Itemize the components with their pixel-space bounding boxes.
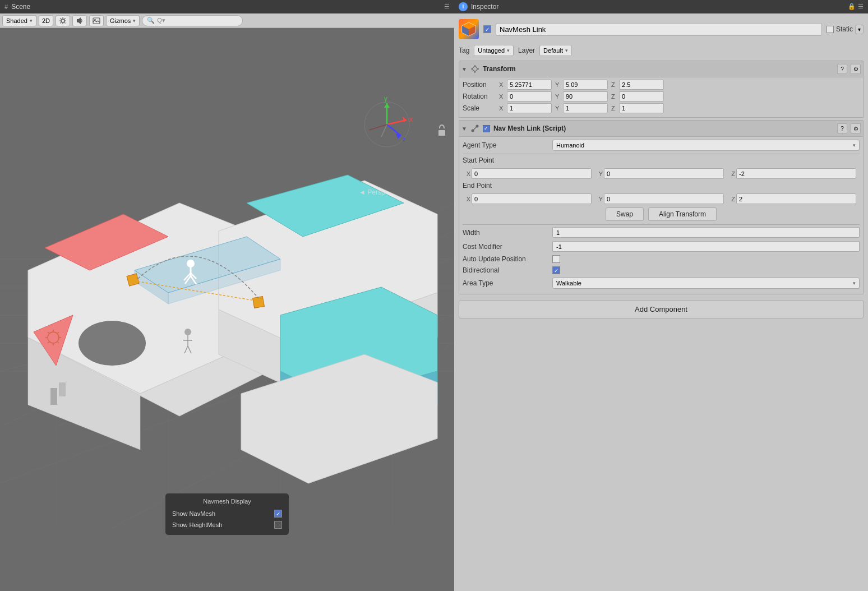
position-z-input[interactable] [619, 80, 664, 90]
svg-text:◄ Persp: ◄ Persp [359, 188, 385, 196]
lighting-button[interactable] [56, 15, 70, 26]
start-x-input[interactable] [472, 168, 592, 179]
width-input[interactable] [552, 227, 860, 238]
shading-dropdown[interactable]: Shaded ▾ [2, 15, 36, 26]
navmesh-link-header[interactable]: ▼ ✓ Nav Mesh Link (Script) ? ⚙ [459, 120, 864, 137]
object-header: ✓ Static ▾ [459, 17, 864, 41]
position-y-axis: Y [555, 81, 563, 88]
transform-help-button[interactable]: ? [837, 64, 847, 74]
rotation-z-axis: Z [611, 93, 619, 100]
rotation-x-input[interactable] [507, 91, 552, 101]
bidirectional-row: Bidirectional ✓ [463, 266, 860, 275]
image-button[interactable] [89, 15, 104, 26]
shading-label: Shaded [6, 17, 27, 24]
navmesh-icon [470, 124, 479, 133]
transform-header[interactable]: ▼ Transform ? ⚙ [459, 61, 864, 77]
search-text: Q▾ [157, 17, 165, 24]
scene-search-box[interactable]: 🔍 Q▾ [142, 15, 243, 26]
agent-type-dropdown[interactable]: Humanoid ▾ [552, 140, 860, 151]
audio-button[interactable] [72, 15, 87, 26]
navmesh-enabled-checkbox[interactable]: ✓ [483, 125, 490, 132]
tag-layer-row: Tag Untagged ▾ Layer Default ▾ [459, 45, 864, 56]
show-heightmesh-label: Show HeightMesh [172, 521, 222, 528]
navmesh-help-button[interactable]: ? [837, 123, 847, 133]
show-heightmesh-row: Show HeightMesh [172, 519, 282, 530]
show-navmesh-label: Show NavMesh [172, 510, 215, 517]
scale-label: Scale [463, 104, 499, 112]
position-x-input[interactable] [507, 80, 552, 90]
separator-2 [463, 224, 860, 225]
start-point-label: Start Point [463, 156, 494, 164]
area-type-chevron-icon: ▾ [853, 280, 856, 286]
scale-y-input[interactable] [563, 103, 608, 113]
svg-point-58 [187, 260, 195, 267]
object-enabled-checkbox[interactable]: ✓ [483, 25, 491, 33]
static-label: Static [836, 25, 853, 33]
rotation-z-input[interactable] [619, 91, 664, 101]
gizmos-label: Gizmos [110, 17, 131, 24]
tag-label: Tag [459, 47, 469, 54]
scale-z-input[interactable] [619, 103, 664, 113]
object-name-input[interactable] [496, 23, 822, 36]
cost-modifier-input[interactable] [552, 241, 860, 252]
start-y-axis: Y [595, 170, 603, 177]
inspector-lock-icon[interactable]: 🔒 [848, 3, 856, 10]
agent-type-value: Humanoid [556, 142, 584, 149]
area-type-value: Walkable [556, 280, 581, 287]
inspector-titlebar: i Inspector 🔒 ☰ [454, 0, 868, 13]
shading-chevron-icon: ▾ [30, 18, 33, 24]
transform-component: ▼ Transform ? ⚙ Position X [459, 61, 864, 118]
scene-panel: # Scene ☰ Shaded ▾ 2D [0, 0, 454, 591]
show-navmesh-checkbox[interactable]: ✓ [274, 510, 282, 518]
scene-titlebar: # Scene ☰ [0, 0, 454, 13]
transform-settings-button[interactable]: ⚙ [851, 64, 861, 74]
show-navmesh-row: Show NavMesh ✓ [172, 508, 282, 519]
transform-icon [470, 64, 479, 73]
area-type-label: Area Type [463, 279, 552, 287]
start-y-input[interactable] [604, 168, 724, 179]
transform-body: Position X Y Z Rotation X Y Z [459, 77, 864, 118]
auto-update-checkbox[interactable] [552, 255, 560, 263]
area-type-dropdown[interactable]: Walkable ▾ [552, 278, 860, 289]
start-z-input[interactable] [736, 168, 856, 179]
static-dropdown-button[interactable]: ▾ [855, 25, 864, 34]
scene-title: Scene [11, 3, 30, 11]
position-y-input[interactable] [563, 80, 608, 90]
svg-rect-83 [438, 130, 445, 136]
start-z-axis: Z [727, 170, 735, 177]
end-point-section: End Point X Y Z [463, 181, 860, 204]
scale-x-input[interactable] [507, 103, 552, 113]
scene-viewport[interactable]: x y z ◄ Persp Navmesh Display Show NavMe… [0, 28, 454, 591]
svg-line-8 [61, 22, 62, 24]
bidirectional-label: Bidirectional [463, 266, 552, 274]
align-transform-button[interactable]: Align Transform [648, 207, 717, 221]
rotation-y-input[interactable] [563, 91, 608, 101]
rotation-row: Rotation X Y Z [463, 91, 860, 101]
auto-update-label: Auto Update Position [463, 255, 552, 263]
svg-point-89 [473, 67, 477, 71]
svg-line-5 [61, 18, 62, 19]
navmesh-settings-button[interactable]: ⚙ [851, 123, 861, 133]
static-checkbox[interactable] [827, 26, 834, 33]
end-x-input[interactable] [472, 193, 592, 204]
inspector-menu-icon[interactable]: ☰ [858, 3, 864, 10]
scene-menu-icon[interactable]: ☰ [444, 3, 450, 10]
gizmos-dropdown[interactable]: Gizmos ▾ [106, 15, 140, 26]
scale-z-axis: Z [611, 105, 619, 112]
end-point-label-row: End Point [463, 181, 860, 191]
bidirectional-checkbox[interactable]: ✓ [552, 266, 560, 274]
scale-x-axis: X [499, 105, 507, 112]
end-y-input[interactable] [604, 193, 724, 204]
object-enabled-row: ✓ [483, 25, 491, 33]
show-heightmesh-checkbox[interactable] [274, 521, 282, 529]
swap-button[interactable]: Swap [606, 207, 644, 221]
end-z-input[interactable] [736, 193, 856, 204]
rotation-y-axis: Y [555, 93, 563, 100]
2d-button[interactable]: 2D [39, 15, 53, 26]
add-component-button[interactable]: Add Component [459, 300, 864, 318]
tag-chevron-icon: ▾ [507, 48, 510, 53]
rotation-x-axis: X [499, 93, 507, 100]
layer-dropdown[interactable]: Default ▾ [539, 45, 572, 56]
gizmos-chevron-icon: ▾ [133, 18, 136, 24]
tag-dropdown[interactable]: Untagged ▾ [474, 45, 514, 56]
